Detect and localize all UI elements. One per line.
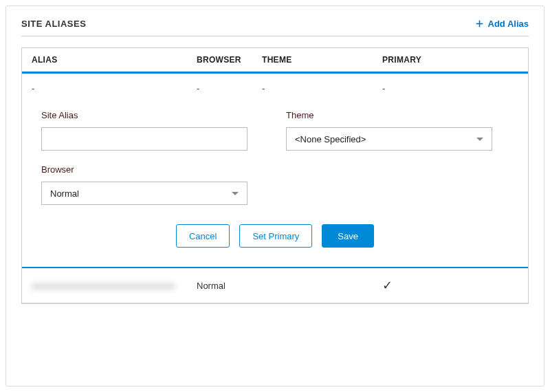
panel-header: SITE ALIASES Add Alias [21, 19, 529, 36]
form-buttons: Cancel Set Primary Save [41, 224, 509, 248]
cancel-button[interactable]: Cancel [176, 224, 230, 248]
theme-select[interactable]: <None Specified> [286, 127, 492, 151]
chevron-down-icon [232, 192, 239, 195]
cell-browser: - [197, 83, 262, 94]
cell-browser: Normal [197, 281, 262, 291]
save-button-label: Save [338, 231, 358, 241]
table-row[interactable]: xxxxxxxxxxxxxxxxxxxxxxxxxxxxxxxx Normal … [22, 268, 528, 303]
save-button[interactable]: Save [322, 224, 374, 248]
col-header-alias: ALIAS [32, 55, 197, 65]
panel-title: SITE ALIASES [21, 19, 86, 29]
col-header-primary: PRIMARY [382, 55, 465, 65]
cell-alias-masked: xxxxxxxxxxxxxxxxxxxxxxxxxxxxxxxx [32, 281, 197, 291]
add-alias-label: Add Alias [488, 19, 529, 29]
edit-alias-form: Site Alias Theme <None Specified> Browse… [22, 99, 528, 267]
cell-primary: ✓ [382, 278, 465, 293]
table-header: ALIAS BROWSER THEME PRIMARY [22, 48, 528, 74]
browser-group: Browser Normal [41, 164, 248, 205]
set-primary-button-label: Set Primary [252, 231, 299, 241]
theme-group: Theme <None Specified> [286, 110, 492, 151]
site-alias-input[interactable] [41, 127, 248, 151]
browser-select[interactable]: Normal [41, 182, 248, 205]
browser-label: Browser [41, 164, 248, 175]
plus-icon [475, 19, 484, 28]
col-header-theme: THEME [262, 55, 382, 65]
site-aliases-panel: SITE ALIASES Add Alias ALIAS BROWSER THE… [6, 6, 544, 386]
check-icon: ✓ [382, 279, 393, 292]
table-row[interactable]: - - - - [22, 74, 528, 99]
theme-select-value: <None Specified> [295, 134, 366, 144]
site-alias-label: Site Alias [41, 110, 248, 120]
cell-primary: - [382, 83, 465, 94]
cancel-button-label: Cancel [189, 231, 217, 241]
alias-table: ALIAS BROWSER THEME PRIMARY - - - - Site… [21, 47, 529, 304]
cell-alias: - [32, 83, 197, 94]
browser-select-value: Normal [50, 188, 79, 199]
site-alias-group: Site Alias [41, 110, 248, 151]
chevron-down-icon [476, 138, 483, 141]
set-primary-button[interactable]: Set Primary [239, 224, 312, 248]
cell-theme: - [262, 83, 382, 94]
add-alias-button[interactable]: Add Alias [475, 19, 529, 29]
theme-label: Theme [286, 110, 492, 120]
col-header-browser: BROWSER [197, 55, 262, 65]
